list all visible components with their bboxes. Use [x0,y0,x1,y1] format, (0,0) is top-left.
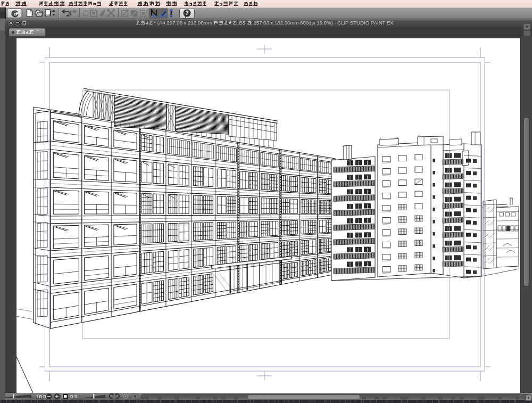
svg-text:* (A4 297.00 x 210.00mm: * (A4 297.00 x 210.00mm [154,20,212,26]
svg-text:0.0: 0.0 [70,393,77,399]
svg-text:19.0: 19.0 [36,393,46,399]
svg-text:?: ? [185,10,188,16]
svg-text:257.00 x 182.00mm 600dpi 19.0%: 257.00 x 182.00mm 600dpi 19.0%) - CLIP S… [254,20,394,26]
svg-text::B5: :B5 [238,20,246,26]
